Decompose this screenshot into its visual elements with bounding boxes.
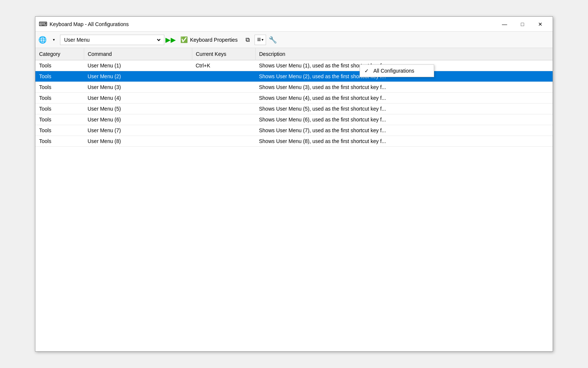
cell-command: User Menu (7) bbox=[84, 125, 192, 136]
cell-command: User Menu (8) bbox=[84, 136, 192, 147]
cell-command: User Menu (2) bbox=[84, 71, 192, 82]
window-title: Keyboard Map - All Configurations bbox=[50, 21, 129, 27]
cell-category: Tools bbox=[35, 136, 84, 147]
table-row[interactable]: ToolsUser Menu (1)Ctrl+KShows User Menu … bbox=[35, 60, 553, 71]
cell-category: Tools bbox=[35, 71, 84, 82]
title-bar: ⌨ Keyboard Map - All Configurations — □ … bbox=[35, 17, 553, 32]
config-list-icon: ≡ bbox=[257, 36, 261, 44]
cell-command: User Menu (3) bbox=[84, 82, 192, 93]
cell-category: Tools bbox=[35, 104, 84, 114]
cell-keys bbox=[192, 82, 255, 93]
column-header-category[interactable]: Category bbox=[35, 48, 84, 60]
cell-category: Tools bbox=[35, 93, 84, 104]
column-header-command[interactable]: Command bbox=[84, 48, 192, 60]
cell-keys bbox=[192, 114, 255, 125]
cell-command: User Menu (1) bbox=[84, 60, 192, 71]
cell-description: Shows User Menu (5), used as the first s… bbox=[255, 104, 553, 114]
minimize-button[interactable]: — bbox=[496, 19, 513, 30]
table-row[interactable]: ToolsUser Menu (5)Shows User Menu (5), u… bbox=[35, 104, 553, 114]
cell-description: Shows User Menu (7), used as the first s… bbox=[255, 125, 553, 136]
cell-keys bbox=[192, 136, 255, 147]
config-dropdown-popup: ✓ All Configurations bbox=[360, 64, 434, 77]
main-window: ⌨ Keyboard Map - All Configurations — □ … bbox=[35, 16, 553, 352]
cell-keys bbox=[192, 71, 255, 82]
table-body: ToolsUser Menu (1)Ctrl+KShows User Menu … bbox=[35, 60, 553, 147]
table-row[interactable]: ToolsUser Menu (7)Shows User Menu (7), u… bbox=[35, 125, 553, 136]
config-dropdown[interactable]: ≡ ▾ bbox=[255, 35, 266, 45]
wrench-button[interactable]: 🔧 bbox=[268, 35, 278, 45]
cell-command: User Menu (5) bbox=[84, 104, 192, 114]
column-header-description[interactable]: Description bbox=[255, 48, 553, 60]
content-area: Category Command Current Keys Descriptio… bbox=[35, 48, 553, 351]
cell-keys bbox=[192, 104, 255, 114]
cell-category: Tools bbox=[35, 60, 84, 71]
copy-button[interactable]: ⧉ bbox=[243, 35, 253, 45]
title-bar-controls: — □ ✕ bbox=[496, 19, 549, 30]
filter-dropdown[interactable]: User Menu bbox=[60, 35, 164, 45]
cell-description: Shows User Menu (3), used as the first s… bbox=[255, 82, 553, 93]
cell-keys bbox=[192, 125, 255, 136]
cell-category: Tools bbox=[35, 114, 84, 125]
toolbar: 🌐 ▾ User Menu ▶▶ ✅ Keyboard Properties ⧉… bbox=[35, 32, 553, 48]
cell-keys bbox=[192, 93, 255, 104]
keyboard-map-table: Category Command Current Keys Descriptio… bbox=[35, 48, 553, 147]
cell-category: Tools bbox=[35, 125, 84, 136]
column-header-keys[interactable]: Current Keys bbox=[192, 48, 255, 60]
checkmark-icon: ✓ bbox=[364, 68, 370, 74]
cell-description: Shows User Menu (8), used as the first s… bbox=[255, 136, 553, 147]
dropdown-item-all-configurations[interactable]: ✓ All Configurations bbox=[360, 66, 434, 76]
dropdown-item-label: All Configurations bbox=[373, 68, 414, 74]
keyboard-properties-icon: ✅ bbox=[180, 36, 188, 43]
title-bar-left: ⌨ Keyboard Map - All Configurations bbox=[39, 20, 129, 28]
maximize-button[interactable]: □ bbox=[514, 19, 531, 30]
cell-category: Tools bbox=[35, 82, 84, 93]
cell-description: Shows User Menu (4), used as the first s… bbox=[255, 93, 553, 104]
dropdown-arrow-icon[interactable]: ▾ bbox=[49, 35, 59, 45]
keyboard-properties-button[interactable]: ✅ Keyboard Properties bbox=[177, 35, 241, 45]
filter-select[interactable]: User Menu bbox=[63, 37, 162, 43]
close-button[interactable]: ✕ bbox=[532, 19, 549, 30]
window-icon: ⌨ bbox=[39, 20, 47, 28]
table-row[interactable]: ToolsUser Menu (4)Shows User Menu (4), u… bbox=[35, 93, 553, 104]
table-row[interactable]: ToolsUser Menu (6)Shows User Menu (6), u… bbox=[35, 114, 553, 125]
table-row[interactable]: ToolsUser Menu (2)Shows User Menu (2), u… bbox=[35, 71, 553, 82]
cell-command: User Menu (6) bbox=[84, 114, 192, 125]
config-dropdown-btn[interactable]: ≡ ▾ bbox=[256, 35, 265, 45]
run-icon[interactable]: ▶▶ bbox=[166, 35, 176, 45]
globe-icon[interactable]: 🌐 bbox=[38, 35, 47, 45]
config-dropdown-arrow: ▾ bbox=[262, 38, 263, 42]
table-row[interactable]: ToolsUser Menu (3)Shows User Menu (3), u… bbox=[35, 82, 553, 93]
cell-description: Shows User Menu (6), used as the first s… bbox=[255, 114, 553, 125]
keyboard-properties-label: Keyboard Properties bbox=[190, 37, 238, 43]
cell-keys: Ctrl+K bbox=[192, 60, 255, 71]
cell-command: User Menu (4) bbox=[84, 93, 192, 104]
table-row[interactable]: ToolsUser Menu (8)Shows User Menu (8), u… bbox=[35, 136, 553, 147]
table-header-row: Category Command Current Keys Descriptio… bbox=[35, 48, 553, 60]
